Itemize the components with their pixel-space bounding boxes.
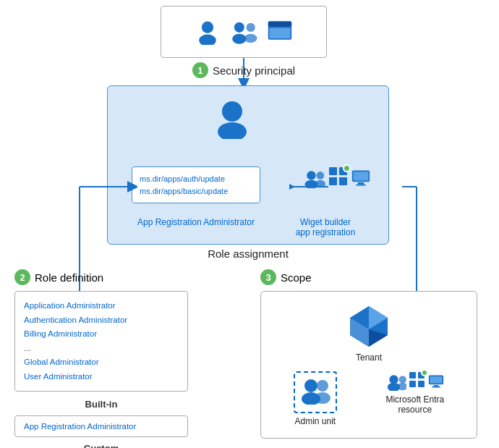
svg-rect-23 <box>358 182 364 185</box>
svg-rect-20 <box>339 177 347 185</box>
svg-point-42 <box>315 392 330 404</box>
svg-point-43 <box>389 375 398 384</box>
diagram-container: 1 Security principal ms.dir/apps/auth/up… <box>0 0 499 448</box>
security-principal-label: 1 Security principal <box>161 62 327 78</box>
svg-rect-54 <box>432 386 440 388</box>
svg-rect-24 <box>356 185 366 186</box>
scope-header: 3 Scope <box>260 269 477 285</box>
svg-point-13 <box>307 171 315 179</box>
step-2-circle: 2 <box>14 269 30 285</box>
person-center-icon <box>214 98 250 139</box>
role-app-admin: Application Administrator <box>24 299 179 313</box>
role-definition-section: 2 Role definition Application Administra… <box>14 269 188 448</box>
tenant-icon <box>347 303 391 350</box>
widget-monitor-icon <box>351 169 370 187</box>
scope-inner-box: Tenant Admin unit <box>260 291 477 439</box>
svg-point-2 <box>234 22 244 33</box>
svg-rect-19 <box>329 177 337 185</box>
user-icon <box>195 19 221 45</box>
role-definition-label: Role definition <box>35 271 103 284</box>
role-assignment-label: Role assignment <box>107 248 389 260</box>
app-reg-inner-box: ms.dir/apps/auth/update ms.dir/apps/basi… <box>132 166 260 203</box>
group-icon <box>228 19 260 45</box>
scope-ms-entra: Microsoft Entra resource <box>385 371 444 415</box>
admin-unit-label: Admin unit <box>294 416 336 426</box>
widget-builder-label: Wiget builder app registration <box>289 217 362 237</box>
svg-point-15 <box>317 172 325 179</box>
security-principal-text: Security principal <box>213 64 295 77</box>
svg-rect-47 <box>409 372 416 379</box>
scope-tenant-row: Tenant <box>273 303 465 363</box>
svg-point-39 <box>304 379 317 392</box>
role-user-admin: User Administrator <box>24 370 179 384</box>
step-3-circle: 3 <box>260 269 276 285</box>
role-custom-app-reg: App Registration Administrator <box>24 422 179 431</box>
svg-point-0 <box>202 22 213 33</box>
svg-point-11 <box>222 101 242 122</box>
svg-rect-53 <box>433 385 438 386</box>
svg-rect-22 <box>354 172 369 180</box>
security-principal-box <box>161 6 327 58</box>
svg-point-4 <box>247 23 255 32</box>
svg-point-5 <box>244 34 257 43</box>
role-auth-admin: Authentication Administrator <box>24 313 179 328</box>
app-icon <box>267 19 293 45</box>
entra-people-icon <box>386 372 406 391</box>
svg-point-1 <box>199 35 216 45</box>
custom-label: Custom <box>14 443 188 448</box>
widget-builder-icons <box>302 166 370 190</box>
svg-rect-50 <box>418 381 425 387</box>
scope-section: 3 Scope Tenant <box>260 269 477 439</box>
center-user-icon <box>214 98 250 139</box>
svg-rect-49 <box>409 381 416 387</box>
admin-unit-icon <box>299 377 331 405</box>
role-ellipsis: ... <box>24 342 179 356</box>
custom-roles-box: App Registration Administrator <box>14 415 188 437</box>
path-line-1: ms.dir/apps/auth/update <box>140 173 252 185</box>
role-global-admin: Global Administrator <box>24 355 179 370</box>
tenant-label: Tenant <box>356 352 382 363</box>
role-billing-admin: Billing Administrator <box>24 327 179 342</box>
widget-people-icon <box>302 168 325 188</box>
svg-point-3 <box>232 34 246 44</box>
svg-point-41 <box>317 380 328 392</box>
app-reg-admin-label: App Registration Administrator <box>132 217 260 227</box>
builtin-roles-box: Application Administrator Authentication… <box>14 291 188 392</box>
svg-rect-52 <box>430 376 442 383</box>
scope-label: Scope <box>281 271 312 284</box>
ms-entra-label: Microsoft Entra resource <box>385 394 444 415</box>
role-definition-header: 2 Role definition <box>14 269 188 285</box>
admin-unit-box <box>294 371 337 413</box>
entra-monitor-icon <box>428 373 444 389</box>
svg-rect-17 <box>329 167 337 175</box>
svg-rect-8 <box>270 28 291 38</box>
svg-point-45 <box>398 376 406 384</box>
svg-point-12 <box>218 122 247 139</box>
svg-rect-7 <box>268 22 291 27</box>
scope-admin-unit: Admin unit <box>294 371 337 426</box>
svg-point-16 <box>315 180 325 188</box>
path-line-2: ms.dir/apps/basic/update <box>140 185 252 198</box>
builtin-label: Built-in <box>14 399 188 410</box>
step-1-circle: 1 <box>192 62 208 78</box>
scope-bottom-row: Admin unit <box>273 371 465 426</box>
